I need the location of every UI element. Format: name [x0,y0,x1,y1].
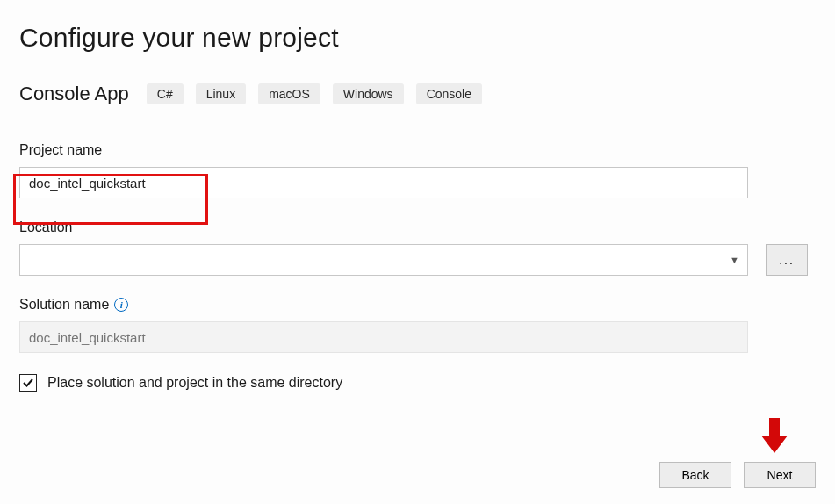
project-name-block: Project name [19,142,816,198]
template-name: Console App [19,83,129,105]
location-label: Location [19,220,816,235]
info-icon[interactable]: i [114,298,128,312]
solution-name-input [19,321,748,353]
annotation-arrow-icon [759,416,789,455]
tag-windows: Windows [333,83,404,104]
same-directory-label: Place solution and project in the same d… [47,375,342,391]
tag-csharp: C# [147,83,184,104]
project-name-input[interactable] [19,167,748,198]
back-button[interactable]: Back [659,462,731,488]
tag-console: Console [416,83,482,104]
page-title: Configure your new project [19,23,816,53]
solution-name-block: Solution name i [19,297,816,353]
template-row: Console App C# Linux macOS Windows Conso… [19,83,816,105]
location-block: Location ▼ ... [19,220,816,276]
next-button[interactable]: Next [744,462,816,488]
solution-name-label: Solution name [19,297,109,313]
footer-nav: Back Next [659,462,816,488]
same-directory-checkbox[interactable]: Place solution and project in the same d… [19,374,816,392]
tag-linux: Linux [196,83,246,104]
location-combobox[interactable] [19,244,748,276]
browse-button[interactable]: ... [766,244,808,276]
tag-macos: macOS [258,83,320,104]
project-name-label: Project name [19,142,816,158]
checkbox-icon [19,374,37,392]
